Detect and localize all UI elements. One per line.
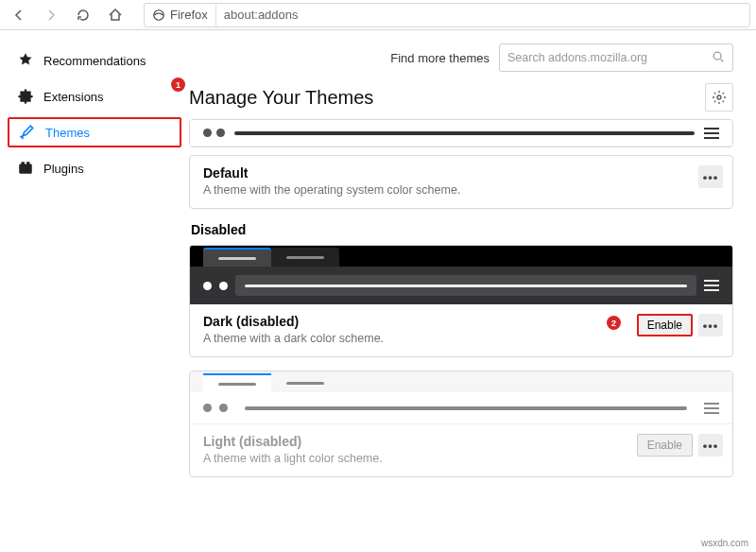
more-options-button[interactable]: ••• <box>698 314 723 336</box>
sidebar-item-extensions[interactable]: Extensions 1 <box>8 81 181 112</box>
annotation-badge-2: 2 <box>607 316 621 330</box>
sidebar: Recommendations Extensions 1 Themes Plug… <box>0 30 189 552</box>
sidebar-item-themes[interactable]: Themes <box>8 117 181 147</box>
sidebar-item-plugins[interactable]: Plugins <box>8 153 181 183</box>
enable-button[interactable]: Enable <box>637 314 693 336</box>
find-more-link[interactable]: Find more themes <box>390 51 490 65</box>
home-button[interactable] <box>102 2 129 28</box>
watermark: wsxdn.com <box>701 538 748 548</box>
theme-card-default[interactable]: Default A theme with the operating syste… <box>189 155 733 209</box>
enable-button[interactable]: Enable <box>637 434 693 457</box>
svg-rect-1 <box>19 164 32 174</box>
gear-icon <box>712 90 727 105</box>
theme-card-active-preview <box>189 119 733 147</box>
sidebar-item-label: Recommendations <box>43 54 146 68</box>
main-panel: Find more themes Search addons.mozilla.o… <box>189 30 756 552</box>
identity-box[interactable]: Firefox <box>145 4 216 26</box>
brush-icon <box>19 124 36 141</box>
section-label-disabled: Disabled <box>191 222 733 237</box>
theme-preview-dark <box>190 246 732 304</box>
theme-description: A theme with the operating system color … <box>203 183 719 197</box>
search-input[interactable]: Search addons.mozilla.org <box>499 43 733 72</box>
identity-label: Firefox <box>170 8 208 22</box>
more-options-button[interactable]: ••• <box>698 434 723 457</box>
hamburger-icon <box>704 403 719 414</box>
svg-rect-2 <box>22 162 25 164</box>
star-icon <box>17 52 34 69</box>
browser-toolbar: Firefox about:addons <box>0 0 756 30</box>
sidebar-item-recommendations[interactable]: Recommendations <box>8 45 181 76</box>
theme-card-light[interactable]: Light (disabled) A theme with a light co… <box>189 371 733 477</box>
puzzle-icon <box>17 88 34 105</box>
hamburger-icon <box>704 280 719 291</box>
sidebar-item-label: Themes <box>45 126 90 140</box>
url-bar[interactable]: Firefox about:addons <box>144 3 750 27</box>
sidebar-item-label: Plugins <box>43 162 84 176</box>
url-text: about:addons <box>216 8 306 22</box>
sidebar-item-label: Extensions <box>43 90 104 104</box>
page-title: Manage Your Themes <box>189 87 373 109</box>
plugin-icon <box>17 160 34 177</box>
annotation-badge-1: 1 <box>171 78 185 92</box>
more-options-button[interactable]: ••• <box>698 165 723 188</box>
svg-point-4 <box>713 52 721 60</box>
svg-rect-3 <box>26 162 29 164</box>
settings-button[interactable] <box>705 83 733 112</box>
firefox-icon <box>152 9 165 22</box>
theme-card-dark[interactable]: Dark (disabled) A theme with a dark colo… <box>189 245 733 357</box>
forward-button[interactable] <box>38 2 64 28</box>
svg-point-5 <box>717 95 721 99</box>
search-placeholder: Search addons.mozilla.org <box>507 51 647 64</box>
theme-preview-light <box>190 371 732 424</box>
hamburger-icon <box>704 128 719 139</box>
back-button[interactable] <box>6 2 32 28</box>
reload-button[interactable] <box>70 2 96 28</box>
search-icon <box>712 50 725 66</box>
theme-title: Default <box>203 165 719 181</box>
